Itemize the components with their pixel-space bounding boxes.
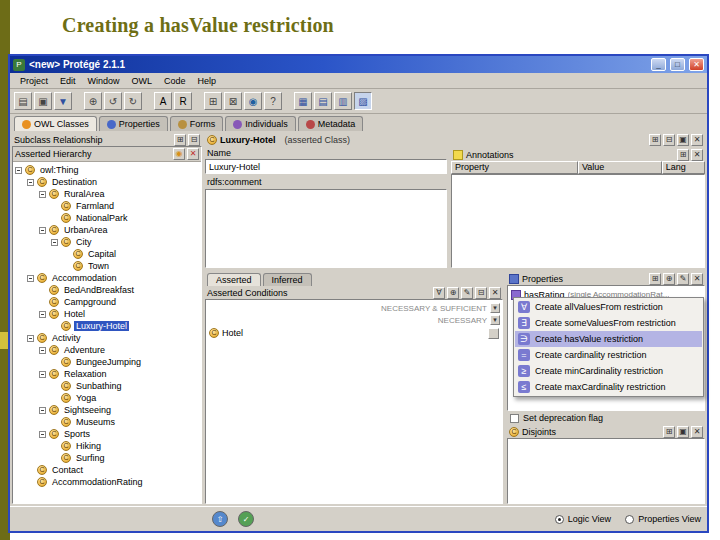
class-tree-row[interactable]: C AccommodationRating [13, 476, 201, 488]
class-tree-row[interactable]: C Sightseeing [13, 404, 201, 416]
menu-item[interactable]: ∀ Create allValuesFrom restriction [515, 299, 702, 315]
expander-icon[interactable] [39, 371, 46, 378]
menu-item[interactable]: = Create cardinality restriction [515, 347, 702, 363]
edit-expression-icon[interactable]: ✎ [461, 287, 473, 299]
extract-icon[interactable]: ⊠ [224, 92, 242, 110]
class-tree-row[interactable]: C Sports [13, 428, 201, 440]
class-tree-row[interactable]: C Campground [13, 296, 201, 308]
class-tree-row[interactable]: C Sunbathing [13, 380, 201, 392]
class-tree-row[interactable]: C Town [13, 260, 201, 272]
menu-item[interactable]: ≥ Create minCardinality restriction [515, 363, 702, 379]
archive-icon[interactable]: ⊞ [204, 92, 222, 110]
help-icon[interactable]: ? [264, 92, 282, 110]
menu-item[interactable]: ∃ Create someValuesFrom restriction [515, 315, 702, 331]
close-form-icon[interactable]: ✕ [691, 134, 703, 146]
expander-icon[interactable] [39, 431, 46, 438]
menubar-item[interactable]: Window [82, 75, 126, 87]
class-tree-row[interactable]: C owl:Thing [13, 164, 201, 176]
menubar-item[interactable]: Project [14, 75, 54, 87]
expander-icon[interactable] [39, 311, 46, 318]
annotation-a-icon[interactable]: A [154, 92, 172, 110]
delete-annotation-icon[interactable]: ✕ [691, 149, 703, 161]
undo-icon[interactable]: ↺ [104, 92, 122, 110]
minimize-icon[interactable]: _ [651, 58, 666, 71]
close-icon[interactable]: ✕ [689, 58, 704, 71]
class-tree-row[interactable]: C Farmland [13, 200, 201, 212]
add-sibling-disjoints-icon[interactable]: ▣ [677, 426, 689, 438]
menubar-item[interactable]: Edit [54, 75, 82, 87]
web-reference-icon[interactable]: ◉ [244, 92, 262, 110]
menubar-item[interactable]: Help [192, 75, 223, 87]
expander-icon[interactable] [39, 191, 46, 198]
class-name-input[interactable] [205, 159, 447, 174]
expander-icon[interactable] [39, 407, 46, 414]
delete-condition-icon[interactable]: ✕ [489, 287, 501, 299]
class-tree-row[interactable]: C Accommodation [13, 272, 201, 284]
delete-disjoint-icon[interactable]: ✕ [691, 426, 703, 438]
assertion-view-tab[interactable]: Asserted [207, 273, 261, 286]
add-disjoint-icon[interactable]: ⊞ [663, 426, 675, 438]
class-tree-row[interactable]: C Hiking [13, 440, 201, 452]
main-tab[interactable]: Metadata [298, 116, 364, 131]
class-tree-row[interactable]: C Yoga [13, 392, 201, 404]
class-tree-row[interactable]: C Capital [13, 248, 201, 260]
deprecation-checkbox[interactable] [510, 414, 519, 423]
expander-icon[interactable] [51, 239, 58, 246]
jump-to-class-icon[interactable]: ⇧ [212, 511, 228, 527]
save-project-icon[interactable]: ▼ [54, 92, 72, 110]
main-tab[interactable]: Properties [99, 116, 168, 131]
create-class-icon[interactable]: ◉ [173, 148, 185, 160]
collapse-form-icon[interactable]: ⊟ [663, 134, 675, 146]
expand-all-icon[interactable]: ⊞ [174, 134, 186, 146]
expander-icon[interactable] [27, 179, 34, 186]
menu-item[interactable]: ≤ Create maxCardinality restriction [515, 379, 702, 395]
build-ontology-icon[interactable]: ⊕ [84, 92, 102, 110]
redo-icon[interactable]: ↻ [124, 92, 142, 110]
expand-form-icon[interactable]: ⊞ [649, 134, 661, 146]
title-bar[interactable]: P <new> Protégé 2.1.1 _ □ ✕ [10, 56, 707, 73]
maximize-icon[interactable]: □ [670, 58, 685, 71]
class-tree-row[interactable]: C Surfing [13, 452, 201, 464]
forms-view-icon[interactable]: ▤ [314, 92, 332, 110]
expander-icon[interactable] [15, 167, 22, 174]
properties-view-radio[interactable]: Properties View [625, 514, 701, 524]
collapse-all-icon[interactable]: ⊟ [188, 134, 200, 146]
class-tree-row[interactable]: C BungeeJumping [13, 356, 201, 368]
class-tree-row[interactable]: C Hotel [13, 308, 201, 320]
form-layout-icon[interactable]: ▣ [677, 134, 689, 146]
expander-icon[interactable] [39, 347, 46, 354]
class-tree-row[interactable]: C Destination [13, 176, 201, 188]
refresh-icon[interactable]: ✓ [238, 511, 254, 527]
class-tree-row[interactable]: C Relaxation [13, 368, 201, 380]
add-named-class-icon[interactable]: ⊕ [447, 287, 459, 299]
rdfs-comment-input[interactable] [205, 189, 447, 268]
menubar-item[interactable]: Code [158, 75, 192, 87]
expander-icon[interactable] [39, 227, 46, 234]
class-tree-row[interactable]: C Adventure [13, 344, 201, 356]
assertion-view-tab[interactable]: Inferred [263, 273, 312, 286]
metadata-view-icon[interactable]: ▨ [354, 92, 372, 110]
main-tab[interactable]: Forms [170, 116, 224, 131]
classes-view-icon[interactable]: ▦ [294, 92, 312, 110]
group-dropdown-icon[interactable]: ▾ [490, 315, 500, 325]
individuals-view-icon[interactable]: ▥ [334, 92, 352, 110]
logic-view-radio[interactable]: Logic View [555, 514, 611, 524]
menu-item[interactable]: ∋ Create hasValue restriction [515, 331, 702, 347]
class-tree-row[interactable]: C Activity [13, 332, 201, 344]
group-dropdown-icon[interactable]: ▾ [490, 303, 500, 313]
class-tree-row[interactable]: C Museums [13, 416, 201, 428]
condition-inference-icon[interactable] [488, 328, 499, 339]
create-property-icon[interactable]: ⊞ [649, 273, 661, 285]
add-property-icon[interactable]: ⊕ [663, 273, 675, 285]
create-annotation-icon[interactable]: ⊞ [677, 149, 689, 161]
class-tree-row[interactable]: C City [13, 236, 201, 248]
class-tree-row[interactable]: C BedAndBreakfast [13, 284, 201, 296]
disjoints-list[interactable] [507, 438, 705, 504]
open-project-icon[interactable]: ▣ [34, 92, 52, 110]
annotation-r-icon[interactable]: R [174, 92, 192, 110]
class-tree-row[interactable]: C NationalPark [13, 212, 201, 224]
edit-property-icon[interactable]: ✎ [677, 273, 689, 285]
class-tree-row[interactable]: C Contact [13, 464, 201, 476]
condition-row[interactable]: C Hotel [206, 326, 502, 340]
main-tab[interactable]: Individuals [225, 116, 296, 131]
